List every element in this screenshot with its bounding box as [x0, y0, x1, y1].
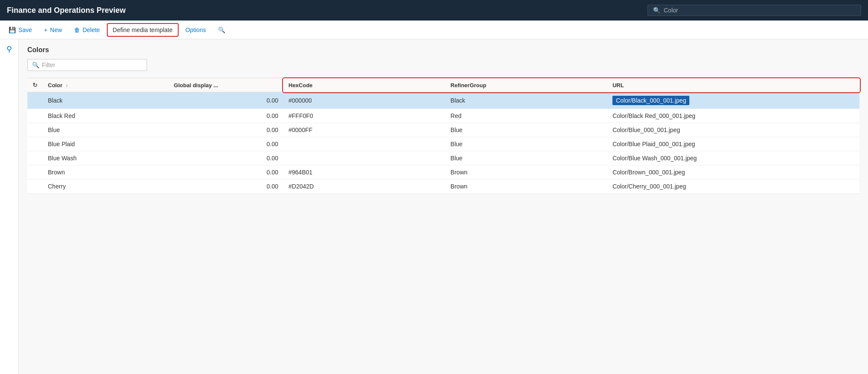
delete-label: Delete [82, 27, 100, 33]
table-body: Black0.00#000000BlackColor/Black_000_001… [27, 92, 859, 194]
row-refiner-group: Blue [445, 137, 607, 151]
table-wrapper: ↻ Color ↑ Global display ... HexCode [27, 78, 859, 194]
filter-sidebar: ⚲ [0, 39, 19, 374]
save-label: Save [18, 27, 32, 33]
table-header: ↻ Color ↑ Global display ... HexCode [27, 78, 859, 92]
th-refiner-group[interactable]: RefinerGroup [445, 78, 607, 92]
content-area: ⚲ Colors 🔍 ↻ Color ↑ [0, 39, 868, 374]
th-reset: ↻ [27, 78, 43, 92]
row-reset-cell [27, 109, 43, 123]
sort-icon: ↑ [66, 83, 68, 88]
delete-button[interactable]: 🗑 Delete [69, 24, 105, 36]
th-hexcode[interactable]: HexCode [283, 78, 445, 92]
row-color: Blue Plaid [43, 137, 169, 151]
row-global-display: 0.00 [169, 109, 283, 123]
global-search[interactable]: 🔍 [647, 5, 861, 16]
table-row[interactable]: Cherry0.00#D2042DBrownColor/Cherry_000_0… [27, 180, 859, 194]
row-url: Color/Blue Plaid_000_001.jpeg [607, 137, 859, 151]
th-url-label: URL [612, 82, 624, 88]
search-input[interactable] [664, 7, 856, 14]
save-button[interactable]: 💾 Save [3, 24, 37, 36]
row-refiner-group: Red [445, 109, 607, 123]
row-refiner-group: Blue [445, 123, 607, 137]
row-global-display: 0.00 [169, 137, 283, 151]
app-title: Finance and Operations Preview [7, 6, 126, 15]
row-hexcode: #000000 [283, 92, 445, 109]
new-button[interactable]: + New [39, 24, 67, 36]
row-hexcode: #0000FF [283, 123, 445, 137]
options-label: Options [185, 27, 206, 33]
row-global-display: 0.00 [169, 123, 283, 137]
row-url: Color/Brown_000_001.jpeg [607, 165, 859, 180]
row-refiner-group: Black [445, 92, 607, 109]
options-button[interactable]: Options [180, 24, 211, 36]
table-row[interactable]: Black0.00#000000BlackColor/Black_000_001… [27, 92, 859, 109]
section-title: Colors [27, 46, 859, 54]
th-refiner-label: RefinerGroup [450, 82, 486, 88]
delete-icon: 🗑 [74, 27, 80, 33]
row-refiner-group: Blue [445, 151, 607, 165]
search-icon: 🔍 [653, 7, 660, 14]
row-url: Color/Black Red_000_001.jpeg [607, 109, 859, 123]
define-media-template-label: Define media template [113, 27, 173, 33]
row-refiner-group: Brown [445, 165, 607, 180]
row-reset-cell [27, 123, 43, 137]
save-icon: 💾 [9, 27, 16, 33]
th-global-display[interactable]: Global display ... [169, 78, 283, 92]
th-color[interactable]: Color ↑ [43, 78, 169, 92]
row-hexcode: #964B01 [283, 165, 445, 180]
toolbar-search-icon: 🔍 [218, 27, 225, 33]
row-url[interactable]: Color/Black_000_001.jpeg [607, 92, 859, 109]
table-row[interactable]: Blue Wash0.00BlueColor/Blue Wash_000_001… [27, 151, 859, 165]
reset-icon[interactable]: ↻ [32, 82, 38, 88]
th-hexcode-label: HexCode [288, 82, 312, 88]
row-reset-cell [27, 92, 43, 109]
row-global-display: 0.00 [169, 180, 283, 194]
row-global-display: 0.00 [169, 165, 283, 180]
row-reset-cell [27, 165, 43, 180]
th-color-label: Color [48, 82, 62, 88]
row-reset-cell [27, 151, 43, 165]
row-refiner-group: Brown [445, 180, 607, 194]
filter-icon[interactable]: ⚲ [6, 44, 12, 374]
toolbar: 💾 Save + New 🗑 Delete Define media templ… [0, 21, 868, 39]
colors-table: ↻ Color ↑ Global display ... HexCode [27, 78, 859, 194]
row-color: Blue [43, 123, 169, 137]
row-global-display: 0.00 [169, 151, 283, 165]
row-color: Blue Wash [43, 151, 169, 165]
row-hexcode [283, 137, 445, 151]
filter-input[interactable] [42, 62, 142, 68]
table-row[interactable]: Black Red0.00#FFF0F0RedColor/Black Red_0… [27, 109, 859, 123]
new-label: New [50, 27, 62, 33]
row-color: Cherry [43, 180, 169, 194]
row-color: Black Red [43, 109, 169, 123]
th-global-label: Global display ... [174, 82, 218, 88]
toolbar-search-button[interactable]: 🔍 [213, 24, 230, 36]
row-hexcode: #D2042D [283, 180, 445, 194]
table-row[interactable]: Blue0.00#0000FFBlueColor/Blue_000_001.jp… [27, 123, 859, 137]
main-content: Colors 🔍 ↻ Color ↑ [19, 39, 868, 374]
top-bar: Finance and Operations Preview 🔍 [0, 0, 868, 21]
new-icon: + [44, 27, 47, 33]
row-color: Brown [43, 165, 169, 180]
row-reset-cell [27, 180, 43, 194]
row-global-display: 0.00 [169, 92, 283, 109]
table-row[interactable]: Brown0.00#964B01BrownColor/Brown_000_001… [27, 165, 859, 180]
table-row[interactable]: Blue Plaid0.00BlueColor/Blue Plaid_000_0… [27, 137, 859, 151]
row-url: Color/Cherry_000_001.jpeg [607, 180, 859, 194]
row-url: Color/Blue_000_001.jpeg [607, 123, 859, 137]
define-media-template-button[interactable]: Define media template [107, 23, 179, 37]
filter-input-wrapper[interactable]: 🔍 [27, 59, 147, 71]
row-url: Color/Blue Wash_000_001.jpeg [607, 151, 859, 165]
row-hexcode [283, 151, 445, 165]
row-hexcode: #FFF0F0 [283, 109, 445, 123]
row-reset-cell [27, 137, 43, 151]
filter-icon-input: 🔍 [32, 62, 39, 68]
th-url[interactable]: URL [607, 78, 859, 92]
row-color: Black [43, 92, 169, 109]
